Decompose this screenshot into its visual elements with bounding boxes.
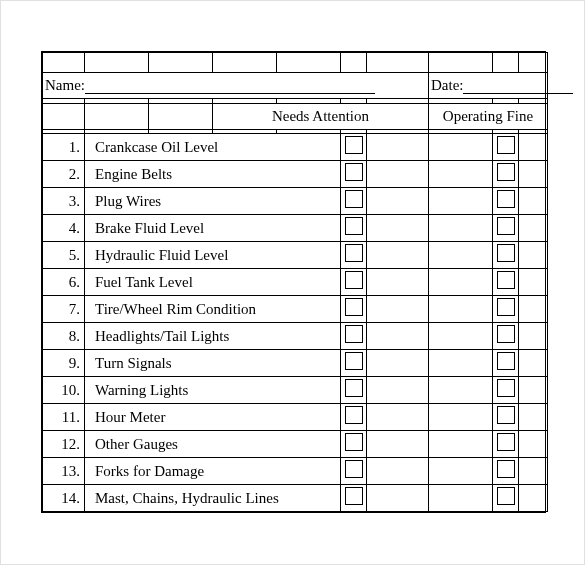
name-label: Name:	[45, 77, 85, 93]
needs-attention-cell	[341, 404, 367, 431]
operating-fine-checkbox[interactable]	[497, 298, 515, 316]
needs-attention-checkbox[interactable]	[345, 298, 363, 316]
spacer-cell	[519, 323, 548, 350]
operating-fine-checkbox[interactable]	[497, 325, 515, 343]
spacer-cell	[429, 377, 493, 404]
checklist-row: 13.Forks for Damage	[43, 458, 548, 485]
spacer-cell	[519, 485, 548, 512]
checklist-row: 3.Plug Wires	[43, 188, 548, 215]
needs-attention-checkbox[interactable]	[345, 433, 363, 451]
operating-fine-checkbox[interactable]	[497, 433, 515, 451]
item-number: 5.	[43, 242, 85, 269]
spacer-cell	[367, 269, 429, 296]
checklist-row: 9.Turn Signals	[43, 350, 548, 377]
needs-attention-checkbox[interactable]	[345, 325, 363, 343]
operating-fine-checkbox[interactable]	[497, 136, 515, 154]
operating-fine-cell	[493, 296, 519, 323]
operating-fine-checkbox[interactable]	[497, 271, 515, 289]
operating-fine-checkbox[interactable]	[497, 406, 515, 424]
needs-attention-checkbox[interactable]	[345, 271, 363, 289]
operating-fine-cell	[493, 269, 519, 296]
operating-fine-checkbox[interactable]	[497, 487, 515, 505]
item-label: Tire/Wheel Rim Condition	[85, 296, 341, 323]
needs-attention-checkbox[interactable]	[345, 217, 363, 235]
operating-fine-cell	[493, 350, 519, 377]
item-number: 13.	[43, 458, 85, 485]
item-number: 12.	[43, 431, 85, 458]
operating-fine-cell	[493, 404, 519, 431]
spacer-cell	[429, 323, 493, 350]
checklist-row: 6.Fuel Tank Level	[43, 269, 548, 296]
operating-fine-checkbox[interactable]	[497, 217, 515, 235]
needs-attention-cell	[341, 296, 367, 323]
item-label: Fuel Tank Level	[85, 269, 341, 296]
operating-fine-cell	[493, 242, 519, 269]
operating-fine-checkbox[interactable]	[497, 190, 515, 208]
spacer-cell	[429, 485, 493, 512]
needs-attention-checkbox[interactable]	[345, 487, 363, 505]
spacer-cell	[519, 296, 548, 323]
item-label: Warning Lights	[85, 377, 341, 404]
spacer-cell	[367, 296, 429, 323]
spacer-cell	[367, 350, 429, 377]
operating-fine-cell	[493, 431, 519, 458]
operating-fine-cell	[493, 458, 519, 485]
spacer-cell	[519, 215, 548, 242]
spacer-cell	[429, 188, 493, 215]
spacer-cell	[367, 431, 429, 458]
needs-attention-checkbox[interactable]	[345, 190, 363, 208]
item-label: Forks for Damage	[85, 458, 341, 485]
item-label: Brake Fluid Level	[85, 215, 341, 242]
spacer-cell	[519, 404, 548, 431]
item-label: Plug Wires	[85, 188, 341, 215]
item-number: 9.	[43, 350, 85, 377]
spacer-cell	[429, 242, 493, 269]
needs-attention-cell	[341, 323, 367, 350]
date-label: Date:	[431, 77, 463, 93]
spacer-cell	[429, 215, 493, 242]
operating-fine-checkbox[interactable]	[497, 352, 515, 370]
checklist-row: 5.Hydraulic Fluid Level	[43, 242, 548, 269]
needs-attention-cell	[341, 188, 367, 215]
needs-attention-checkbox[interactable]	[345, 352, 363, 370]
needs-attention-checkbox[interactable]	[345, 379, 363, 397]
spacer-cell	[429, 350, 493, 377]
item-number: 6.	[43, 269, 85, 296]
operating-fine-checkbox[interactable]	[497, 379, 515, 397]
spacer-cell	[429, 458, 493, 485]
item-number: 10.	[43, 377, 85, 404]
checklist-sheet: Name: Date: Needs Attention Operating Fi…	[41, 51, 546, 513]
operating-fine-checkbox[interactable]	[497, 244, 515, 262]
needs-attention-cell	[341, 215, 367, 242]
spacer-cell	[519, 134, 548, 161]
operating-fine-cell	[493, 485, 519, 512]
spacer-cell	[519, 188, 548, 215]
spacer-cell	[367, 188, 429, 215]
item-number: 11.	[43, 404, 85, 431]
operating-fine-checkbox[interactable]	[497, 163, 515, 181]
spacer-cell	[429, 161, 493, 188]
item-label: Headlights/Tail Lights	[85, 323, 341, 350]
spacer-cell	[367, 458, 429, 485]
operating-fine-cell	[493, 377, 519, 404]
needs-attention-checkbox[interactable]	[345, 244, 363, 262]
needs-attention-checkbox[interactable]	[345, 460, 363, 478]
needs-attention-cell	[341, 269, 367, 296]
operating-fine-checkbox[interactable]	[497, 460, 515, 478]
date-field-line[interactable]	[463, 80, 573, 94]
item-number: 1.	[43, 134, 85, 161]
item-label: Other Gauges	[85, 431, 341, 458]
needs-attention-cell	[341, 350, 367, 377]
checklist-table: Name: Date: Needs Attention Operating Fi…	[42, 52, 548, 512]
needs-attention-checkbox[interactable]	[345, 163, 363, 181]
spacer-cell	[519, 242, 548, 269]
checklist-row: 14.Mast, Chains, Hydraulic Lines	[43, 485, 548, 512]
needs-attention-header: Needs Attention	[213, 103, 429, 129]
name-field-line[interactable]	[85, 80, 375, 94]
needs-attention-cell	[341, 458, 367, 485]
spacer-cell	[367, 404, 429, 431]
page: Name: Date: Needs Attention Operating Fi…	[0, 0, 585, 565]
needs-attention-cell	[341, 431, 367, 458]
needs-attention-checkbox[interactable]	[345, 136, 363, 154]
needs-attention-checkbox[interactable]	[345, 406, 363, 424]
